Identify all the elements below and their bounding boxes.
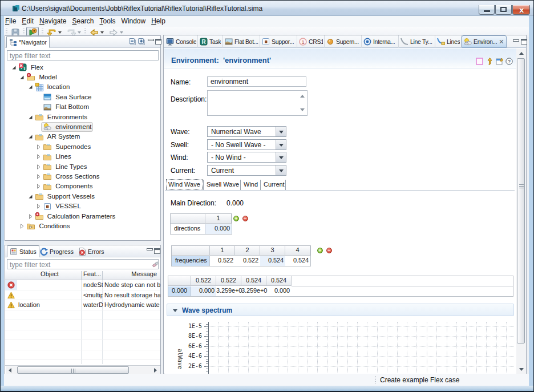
menu-window[interactable]: Window bbox=[119, 16, 149, 27]
new-window-icon[interactable] bbox=[496, 58, 503, 65]
wave-spectrum-section-header[interactable]: Wave spectrum bbox=[167, 304, 514, 316]
subtab-wind[interactable]: Wind bbox=[241, 179, 260, 190]
status-table-row[interactable]: locationwaterDHydrodynamic wate bbox=[5, 300, 160, 310]
editor-tab-line-ty-[interactable]: Line Ty... bbox=[399, 35, 435, 48]
combo-dropdown-button[interactable] bbox=[276, 127, 286, 136]
editor-tab-supern-[interactable]: Supern... bbox=[325, 35, 362, 48]
tree-collapsed-icon[interactable] bbox=[36, 164, 41, 169]
editor-vscrollbar[interactable] bbox=[516, 49, 526, 374]
table-cell[interactable]: 0.524 bbox=[285, 256, 310, 266]
table-corner-cell[interactable] bbox=[168, 276, 191, 286]
editor-tab-crs1[interactable]: 1CRS1 bbox=[297, 35, 325, 48]
editor-tab-lines[interactable]: Lines bbox=[435, 35, 462, 48]
gold-arrow-icon[interactable] bbox=[486, 58, 493, 65]
tab-errors[interactable]: Errors bbox=[76, 245, 107, 257]
tree-item-environments[interactable]: Environments bbox=[5, 112, 160, 123]
tree-expanded-icon[interactable] bbox=[19, 75, 25, 80]
frequencies-table[interactable]: 1234frequencies0.5220.5220.5240.524 bbox=[171, 245, 311, 266]
tree-collapsed-icon[interactable] bbox=[36, 174, 41, 179]
table-column-header[interactable]: 0.522 bbox=[191, 276, 216, 286]
tree-expanded-icon[interactable] bbox=[11, 65, 17, 70]
minimize-view-icon[interactable] bbox=[147, 248, 153, 253]
status-filter-input[interactable]: type filter text bbox=[7, 259, 159, 269]
tab-status[interactable]: Status bbox=[7, 245, 39, 257]
menu-help[interactable]: Help bbox=[148, 16, 168, 27]
tree-collapsed-icon[interactable] bbox=[36, 204, 41, 209]
scroll-left-button[interactable] bbox=[6, 366, 14, 374]
table-cell[interactable]: 0.000 bbox=[191, 286, 216, 296]
close-tab-icon[interactable]: ✕ bbox=[499, 38, 504, 46]
close-button[interactable]: x bbox=[512, 5, 530, 15]
table-cell[interactable]: 3.259e+0 bbox=[241, 286, 266, 296]
tree-item-lines[interactable]: Lines bbox=[5, 152, 160, 162]
forward-dropdown-icon[interactable] bbox=[120, 31, 123, 34]
tree-item-model[interactable]: Model bbox=[5, 72, 160, 83]
table-cell[interactable]: 0.524 bbox=[260, 256, 285, 266]
add-column-button[interactable]: + bbox=[233, 216, 239, 221]
tree-item-ar-system[interactable]: AR System bbox=[5, 132, 160, 142]
back-dropdown-icon[interactable] bbox=[100, 31, 104, 34]
tree-item-conditions[interactable]: Conditions bbox=[5, 221, 160, 232]
collapse-all-icon[interactable] bbox=[128, 38, 136, 46]
table-cell[interactable]: 0.000 bbox=[266, 286, 292, 296]
remove-column-button[interactable]: − bbox=[326, 248, 332, 253]
spinner-down-icon[interactable] bbox=[300, 108, 305, 111]
tree-item-supernodes[interactable]: Supernodes bbox=[5, 142, 160, 152]
menu-navigate[interactable]: Navigate bbox=[37, 16, 69, 27]
table-corner-cell[interactable] bbox=[171, 214, 205, 224]
table-row-header[interactable]: directions bbox=[171, 224, 205, 234]
table-column-header[interactable]: 0.524 bbox=[241, 276, 266, 286]
editor-tab-task[interactable]: RTask bbox=[198, 35, 223, 48]
combo-wave[interactable]: Numerical Wave bbox=[207, 126, 286, 137]
tab-navigator[interactable]: *Navigator bbox=[6, 36, 50, 48]
tree-collapsed-icon[interactable] bbox=[19, 224, 25, 229]
status-table-header[interactable]: ObjectFeat...Message bbox=[5, 270, 160, 280]
clear-filter-icon[interactable] bbox=[152, 261, 159, 268]
editor-tab-interna-[interactable]: Interna... bbox=[362, 35, 399, 48]
table-column-header[interactable]: 1 bbox=[205, 214, 232, 224]
pink-square-icon[interactable] bbox=[476, 58, 483, 65]
table-cell[interactable]: 3.259e+0 bbox=[216, 286, 241, 296]
tree-expanded-icon[interactable] bbox=[28, 115, 33, 120]
menu-edit[interactable]: Edit bbox=[19, 16, 37, 27]
table-column-header[interactable]: 0.524 bbox=[266, 276, 292, 286]
table-column-header[interactable]: 4 bbox=[285, 246, 310, 256]
editor-tab-console[interactable]: Console bbox=[164, 35, 198, 48]
maximize-view-icon[interactable] bbox=[155, 39, 161, 44]
minimize-button[interactable] bbox=[479, 5, 495, 15]
column-object[interactable]: Object bbox=[18, 270, 82, 277]
scroll-down-button[interactable] bbox=[517, 365, 525, 373]
menu-file[interactable]: File bbox=[4, 16, 19, 27]
table-column-header[interactable]: 0.522 bbox=[216, 276, 241, 286]
description-input[interactable] bbox=[207, 90, 308, 116]
expand-all-icon[interactable] bbox=[137, 38, 145, 46]
help-icon[interactable]: ? bbox=[505, 58, 513, 65]
status-table-row[interactable]: <multipNo result storage ha bbox=[5, 290, 160, 301]
maximize-button[interactable] bbox=[495, 5, 512, 15]
combo-wind[interactable]: - No Wind - bbox=[207, 152, 286, 163]
tree-item-location[interactable]: location bbox=[5, 82, 160, 92]
subtab-swell-wave[interactable]: Swell Wave bbox=[204, 179, 241, 190]
spectrum-table[interactable]: 0.5220.5220.5240.5240.0000.0003.259e+03.… bbox=[168, 276, 513, 297]
tree-item-vessel[interactable]: VESSEL bbox=[5, 201, 160, 212]
directions-table[interactable]: 1directions0.000 bbox=[170, 213, 232, 235]
scroll-up-button[interactable] bbox=[517, 49, 525, 57]
table-cell[interactable]: 0.522 bbox=[210, 256, 235, 266]
tree-item-sea-surface[interactable]: Sea Surface bbox=[5, 92, 160, 103]
menu-search[interactable]: Search bbox=[69, 16, 96, 27]
undo-dropdown-icon[interactable] bbox=[58, 31, 62, 34]
tree-item-cross-sections[interactable]: Cross Sections bbox=[5, 172, 160, 182]
remove-column-button[interactable]: − bbox=[242, 216, 248, 221]
table-cell[interactable]: 0.522 bbox=[235, 256, 260, 266]
titlebar[interactable]: C:\Users\sigvat\Documents\Jobb\RiflexTut… bbox=[1, 1, 533, 16]
tab-progress[interactable]: Progress bbox=[38, 245, 76, 257]
combo-dropdown-button[interactable] bbox=[276, 165, 286, 175]
table-corner-cell[interactable] bbox=[172, 246, 210, 256]
minimize-view-icon[interactable] bbox=[148, 39, 154, 44]
combo-dropdown-button[interactable] bbox=[276, 152, 286, 162]
tree-collapsed-icon[interactable] bbox=[36, 184, 41, 189]
menu-tools[interactable]: Tools bbox=[96, 16, 118, 27]
tree-expanded-icon[interactable] bbox=[28, 194, 33, 199]
tree-item-components[interactable]: Components bbox=[5, 181, 160, 192]
tree-expanded-icon[interactable] bbox=[28, 84, 33, 90]
